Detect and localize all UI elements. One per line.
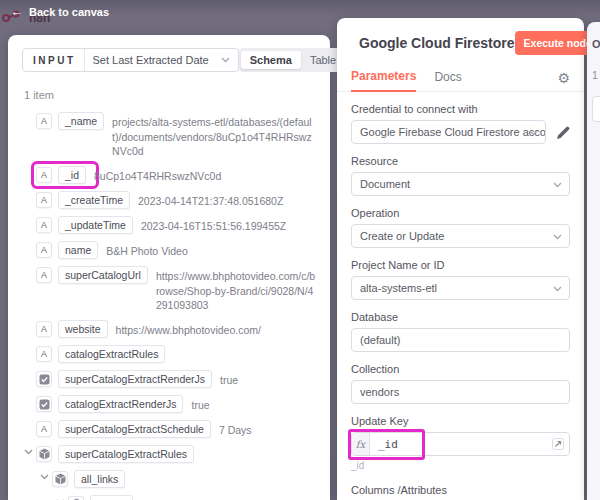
update-key-expression-input[interactable]: fx _id: [351, 432, 570, 456]
input-panel-header: INPUT Set Last Extracted Date Schema Tab…: [8, 35, 330, 72]
schema-key-pill[interactable]: output: [90, 495, 133, 500]
output-item-count-clipped: 1: [592, 69, 598, 81]
database-input[interactable]: (default): [351, 328, 570, 352]
row-collapse-toggle[interactable]: [52, 495, 68, 500]
resource-value: Document: [360, 178, 410, 190]
schema-key-pill[interactable]: _name: [58, 112, 104, 130]
schema-key-pill[interactable]: website: [58, 320, 108, 338]
back-to-canvas-label: Back to canvas: [29, 6, 109, 18]
item-count: 1 item: [24, 89, 330, 101]
schema-value: 8uCp1o4T4RHRswzNVc0d: [94, 166, 221, 184]
chevron-spacer: [20, 345, 36, 349]
string-type-icon: A: [36, 321, 52, 337]
schema-key-pill[interactable]: catalogExtractRules: [58, 345, 165, 363]
columns-label: Columns /Attributes: [351, 484, 570, 496]
database-value: (default): [360, 334, 400, 346]
chevron-down-icon[interactable]: [40, 474, 49, 480]
update-key-hint: _id: [351, 460, 570, 471]
collection-value: vendors: [360, 386, 399, 398]
project-select[interactable]: alta-systems-etl: [351, 276, 570, 300]
key-group: superCatalogExtractRenderJs: [36, 370, 220, 388]
string-type-icon: A: [36, 346, 52, 362]
key-group: A_updateTime: [36, 216, 141, 234]
schema-row: superCatalogExtractRenderJstrue: [20, 370, 318, 388]
schema-row: Awebsitehttps://www.bhphotovideo.com/: [20, 320, 318, 338]
key-group: A_name: [36, 112, 112, 130]
schema-value: B&H Photo Video: [106, 241, 188, 259]
schema-row: A_nameprojects/alta-systems-etl/database…: [20, 112, 318, 159]
chevron-spacer: [20, 216, 36, 220]
schema-row: AcatalogExtractRules: [20, 345, 318, 363]
schema-key-pill[interactable]: superCatalogExtractRules: [58, 445, 194, 463]
edit-pencil-icon[interactable]: [557, 126, 570, 139]
string-type-icon: A: [36, 242, 52, 258]
update-key-label: Update Key: [351, 415, 570, 427]
tab-schema[interactable]: Schema: [241, 51, 301, 69]
schema-row: all_links: [20, 470, 318, 488]
project-label: Project Name or ID: [351, 259, 570, 271]
object-type-icon: [55, 473, 66, 485]
chevron-down-icon: [553, 182, 562, 188]
row-collapse-toggle[interactable]: [36, 470, 52, 480]
gear-icon[interactable]: ⚙: [557, 71, 570, 85]
schema-key-pill[interactable]: superCatalogExtractSchedule: [58, 420, 211, 438]
schema-row: A_updateTime2023-04-16T15:51:56.199455Z: [20, 216, 318, 234]
chevron-down-icon: [553, 234, 562, 240]
highlighted-key-group: A_id: [36, 166, 94, 184]
chevron-spacer: [20, 241, 36, 245]
schema-value: 2023-04-14T21:37:48.051680Z: [138, 191, 283, 209]
chevron-down-icon: [529, 130, 538, 136]
schema-key-pill[interactable]: superCatalogUrl: [58, 266, 148, 284]
object-type-icon: [39, 448, 50, 460]
schema-key-pill[interactable]: _createTime: [58, 191, 130, 209]
object-type-icon-box: [68, 496, 84, 500]
node-panel-header: Google Cloud Firestore Execute node: [337, 18, 584, 55]
key-group: superCatalogExtractRules: [36, 445, 202, 463]
chevron-spacer: [20, 320, 36, 324]
schema-value: https://www.bhphotovideo.com/c/browse/Sh…: [156, 266, 318, 313]
schema-row: output: [20, 495, 318, 500]
object-type-icon-box: [36, 446, 52, 462]
credential-value: Google Firebase Cloud Firestore account: [360, 126, 546, 138]
key-group: AsuperCatalogUrl: [36, 266, 156, 284]
expand-expression-icon[interactable]: [552, 438, 564, 450]
schema-key-pill[interactable]: _updateTime: [58, 216, 133, 234]
collection-input[interactable]: vendors: [351, 380, 570, 404]
back-to-canvas-button[interactable]: ← Back to canvas: [10, 5, 109, 18]
key-group: Aname: [36, 241, 106, 259]
output-panel-sliver: O 1: [587, 22, 600, 500]
string-type-icon: A: [36, 217, 52, 233]
operation-select[interactable]: Create or Update: [351, 224, 570, 248]
key-group: A_createTime: [36, 191, 138, 209]
schema-row: catalogExtractRenderJstrue: [20, 395, 318, 413]
credential-select[interactable]: Google Firebase Cloud Firestore account: [351, 120, 546, 144]
credential-label: Credential to connect with: [351, 103, 570, 115]
chevron-spacer: [20, 420, 36, 424]
boolean-type-icon-box: [36, 396, 52, 412]
string-type-icon: A: [36, 113, 52, 129]
string-type-icon: A: [36, 267, 52, 283]
schema-rows: A_nameprojects/alta-systems-etl/database…: [8, 112, 330, 500]
schema-row: AsuperCatalogUrlhttps://www.bhphotovideo…: [20, 266, 318, 313]
schema-row: AsuperCatalogExtractSchedule7 Days: [20, 420, 318, 438]
resource-select[interactable]: Document: [351, 172, 570, 196]
node-settings-panel: Google Cloud Firestore Execute node Para…: [337, 18, 584, 500]
expression-fx-icon: fx: [352, 433, 370, 455]
chevron-spacer: [20, 191, 36, 195]
schema-key-pill[interactable]: name: [58, 241, 98, 259]
chevron-spacer: [20, 166, 36, 170]
schema-key-pill[interactable]: superCatalogExtractRenderJs: [58, 370, 212, 388]
row-collapse-toggle[interactable]: [20, 445, 36, 455]
input-source-selector[interactable]: INPUT Set Last Extracted Date: [22, 48, 239, 72]
schema-key-pill[interactable]: all_links: [74, 470, 125, 488]
node-parameters-form: Credential to connect with Google Fireba…: [337, 92, 584, 500]
schema-row: AnameB&H Photo Video: [20, 241, 318, 259]
tab-docs[interactable]: Docs: [434, 65, 461, 91]
operation-label: Operation: [351, 207, 570, 219]
key-group: all_links: [52, 470, 133, 488]
schema-key-pill[interactable]: catalogExtractRenderJs: [58, 395, 183, 413]
schema-key-pill[interactable]: _id: [58, 166, 86, 184]
tab-parameters[interactable]: Parameters: [351, 64, 416, 92]
node-panel-tabs: Parameters Docs ⚙: [337, 64, 584, 92]
chevron-down-icon[interactable]: [24, 449, 33, 455]
